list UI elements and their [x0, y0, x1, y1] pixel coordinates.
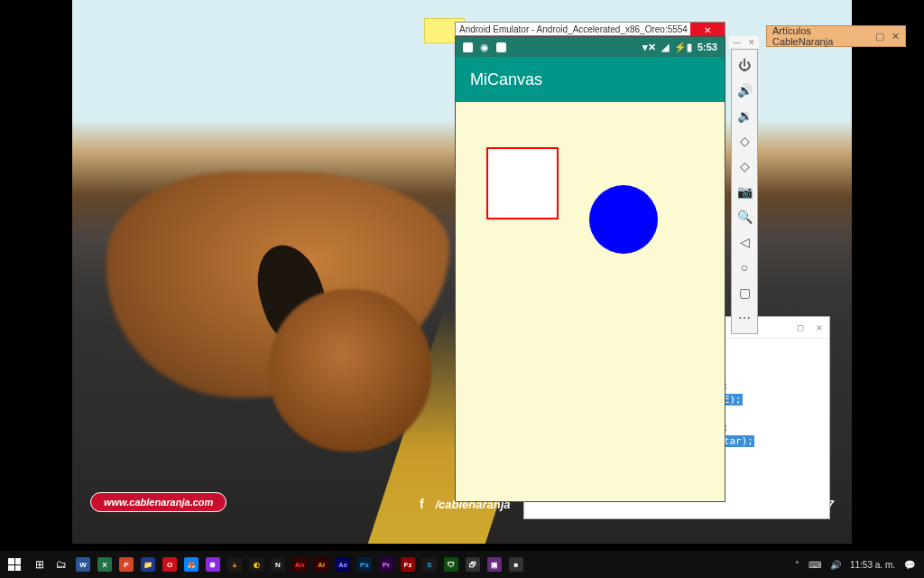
taskbar-app-8[interactable]: ◐ — [245, 551, 267, 578]
status-app-icon — [463, 42, 473, 52]
articulos-close-icon[interactable]: ✕ — [892, 31, 900, 42]
taskbar-app-14[interactable]: Pr — [375, 551, 397, 578]
status-circle-icon: ◉ — [480, 42, 489, 53]
windows-logo-icon — [8, 558, 21, 571]
rotate-right-button[interactable]: ◇ — [733, 154, 756, 178]
battery-charging-icon: ⚡▮ — [674, 42, 692, 53]
windows-taskbar[interactable]: ⊞ 🗂 WXP📁O🦊⏺▲◐NAnAiAePsPrFzS🛡🗗▣■ ˄ ⌨ 🔊 11… — [0, 551, 924, 578]
android-statusbar: ◉ ▾✕ ◢ ⚡▮ 5:53 — [456, 37, 725, 57]
taskbar-app-5[interactable]: 🦊 — [180, 551, 202, 578]
home-button[interactable]: ○ — [733, 256, 756, 279]
taskbar-app-20[interactable]: ■ — [505, 551, 527, 578]
emulator-window-controls: — ✕ — [729, 36, 759, 49]
taskbar-app-13[interactable]: Ps — [354, 551, 375, 578]
zoom-button[interactable]: 🔍 — [733, 205, 756, 228]
site-url-badge: www.cablenaranja.com — [90, 492, 226, 512]
camera-button[interactable]: 📷 — [733, 180, 756, 203]
taskbar-app-0[interactable]: W — [72, 551, 94, 578]
power-button[interactable]: ⏻ — [733, 53, 756, 77]
editor-close-icon[interactable]: ✕ — [816, 322, 822, 333]
taskbar-clock[interactable]: 11:53 a. m. — [850, 560, 895, 570]
facebook-icon: f — [413, 496, 430, 512]
overview-button[interactable]: ▢ — [733, 281, 756, 304]
taskbar-app-15[interactable]: Fz — [397, 551, 419, 578]
emulator-close-button[interactable]: ✕ — [690, 23, 725, 37]
status-sd-icon — [496, 42, 506, 52]
taskbar-app-9[interactable]: N — [267, 551, 289, 578]
taskbar-app-19[interactable]: ▣ — [484, 551, 505, 578]
volume-up-button[interactable]: 🔊 — [733, 79, 756, 102]
tray-volume-icon[interactable]: 🔊 — [830, 560, 841, 570]
tray-keyboard-icon[interactable]: ⌨ — [808, 560, 821, 570]
letterbox-right — [852, 0, 924, 544]
emu-min-icon[interactable]: — — [733, 38, 741, 47]
wallpaper-fox — [79, 117, 467, 452]
file-explorer-icon[interactable]: 🗂 — [51, 551, 72, 578]
taskbar-app-7[interactable]: ▲ — [224, 551, 245, 578]
taskbar-app-18[interactable]: 🗗 — [462, 551, 484, 578]
canvas-blue-circle — [589, 185, 658, 254]
taskbar-app-16[interactable]: S — [419, 551, 440, 578]
volume-down-button[interactable]: 🔉 — [733, 104, 756, 127]
editor-maximize-icon[interactable]: ▢ — [798, 322, 804, 333]
taskbar-app-10[interactable]: An — [289, 551, 310, 578]
taskbar-app-17[interactable]: 🛡 — [440, 551, 462, 578]
articulos-title: Artículos CableNaranja — [772, 25, 868, 47]
more-button[interactable]: ⋯ — [733, 306, 756, 330]
taskbar-app-11[interactable]: Ai — [310, 551, 332, 578]
canvas-red-rectangle — [486, 147, 559, 219]
wifi-off-icon: ▾✕ — [642, 42, 656, 53]
taskbar-app-3[interactable]: 📁 — [137, 551, 159, 578]
taskbar-app-4[interactable]: O — [159, 551, 180, 578]
status-time: 5:53 — [698, 42, 717, 52]
app-title: MiCanvas — [470, 70, 542, 89]
taskbar-app-6[interactable]: ⏺ — [202, 551, 224, 578]
emulator-toolbar: ⏻ 🔊 🔉 ◇ ◇ 📷 🔍 ◁ ○ ▢ ⋯ — [731, 49, 758, 334]
articulos-window[interactable]: Artículos CableNaranja ▢ ✕ — [766, 25, 906, 47]
articulos-maximize-icon[interactable]: ▢ — [875, 31, 884, 42]
taskbar-app-2[interactable]: P — [116, 551, 137, 578]
back-button[interactable]: ◁ — [733, 230, 756, 254]
emulator-title: Android Emulator - Android_Accelerated_x… — [459, 24, 688, 34]
emulator-titlebar[interactable]: Android Emulator - Android_Accelerated_x… — [455, 22, 725, 36]
android-appbar: MiCanvas — [456, 57, 725, 102]
start-button[interactable] — [0, 551, 29, 578]
taskbar-app-12[interactable]: Ae — [332, 551, 354, 578]
notifications-icon[interactable]: 💬 — [904, 560, 915, 570]
letterbox-left — [0, 0, 72, 544]
signal-icon: ◢ — [661, 42, 669, 53]
taskbar-app-1[interactable]: X — [94, 551, 116, 578]
android-emulator-screen[interactable]: ◉ ▾✕ ◢ ⚡▮ 5:53 MiCanvas — [455, 36, 725, 502]
canvas-area[interactable] — [456, 102, 725, 501]
system-tray[interactable]: ˄ ⌨ 🔊 11:53 a. m. 💬 — [786, 560, 924, 570]
emu-close-icon[interactable]: ✕ — [748, 38, 755, 47]
rotate-left-button[interactable]: ◇ — [733, 129, 756, 153]
taskview-icon[interactable]: ⊞ — [29, 551, 51, 578]
tray-chevron-icon[interactable]: ˄ — [795, 560, 799, 570]
